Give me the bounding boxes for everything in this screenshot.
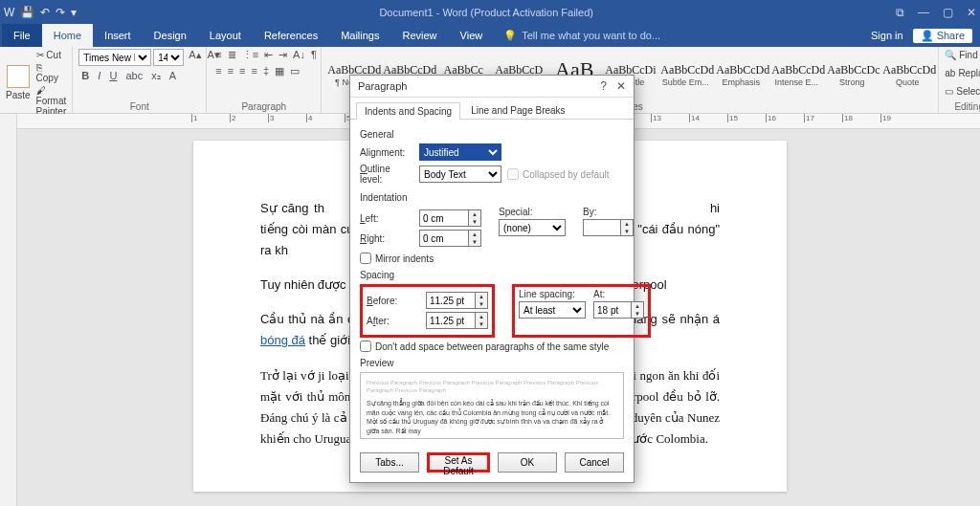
line-spacing-select[interactable]: At least: [519, 301, 586, 319]
at-label: At:: [593, 289, 644, 299]
section-preview: Preview: [360, 358, 624, 368]
down-icon[interactable]: ▼: [621, 228, 633, 235]
line-spacing-label: Line spacing:: [519, 289, 586, 299]
left-label: Left:: [360, 213, 413, 224]
spacing-before-after-highlight: Before:▲▼ After:▲▼: [360, 284, 495, 338]
up-icon[interactable]: ▲: [476, 293, 487, 300]
noadd-checkbox[interactable]: [360, 341, 371, 352]
down-icon[interactable]: ▼: [469, 218, 480, 226]
down-icon[interactable]: ▼: [632, 310, 643, 318]
at-input[interactable]: [593, 301, 632, 319]
set-default-button[interactable]: Set As Default: [427, 452, 490, 473]
ok-button[interactable]: OK: [498, 452, 557, 473]
cancel-button[interactable]: Cancel: [565, 452, 624, 473]
right-label: Right:: [360, 233, 413, 244]
by-input[interactable]: [583, 219, 621, 236]
mirror-checkbox[interactable]: [360, 253, 371, 264]
line-spacing-highlight: Line spacing: At least At: ▲▼: [512, 284, 651, 338]
before-input[interactable]: [426, 292, 476, 309]
outline-label: Outline level:: [360, 164, 413, 185]
dialog-title: Paragraph: [358, 80, 590, 92]
collapsed-checkbox: [507, 168, 519, 180]
paragraph-dialog: Paragraph ? ✕ IIndents and Spacingndents…: [349, 75, 635, 483]
down-icon[interactable]: ▼: [469, 238, 480, 246]
dialog-close-icon[interactable]: ✕: [616, 79, 626, 93]
left-input[interactable]: [419, 209, 469, 227]
tabs-button[interactable]: Tabs...: [360, 452, 419, 473]
dialog-layer: Paragraph ? ✕ IIndents and Spacingndents…: [0, 0, 980, 506]
tab-line-page-breaks[interactable]: Line and Page Breaks: [462, 101, 573, 119]
after-label: After:: [367, 316, 420, 326]
section-spacing: Spacing: [360, 270, 624, 280]
help-icon[interactable]: ?: [600, 79, 607, 93]
preview-box: Previous Paragraph Previous Paragraph Pr…: [360, 372, 624, 439]
alignment-label: Alignment:: [360, 147, 413, 158]
tab-indents-spacing[interactable]: IIndents and Spacingndents and Spacing: [356, 102, 460, 120]
special-select[interactable]: (none): [499, 219, 566, 236]
collapsed-label: Collapsed by default: [523, 169, 610, 180]
up-icon[interactable]: ▲: [469, 231, 480, 238]
up-icon[interactable]: ▲: [476, 313, 487, 320]
outline-select[interactable]: Body Text: [419, 165, 501, 183]
dialog-buttons: Tabs... Set As Default OK Cancel: [350, 447, 634, 482]
by-label: By:: [583, 207, 634, 217]
up-icon[interactable]: ▲: [621, 220, 633, 228]
noadd-label: Don't add space between paragraphs of th…: [375, 341, 609, 352]
down-icon[interactable]: ▼: [476, 300, 487, 308]
dialog-titlebar[interactable]: Paragraph ? ✕: [350, 76, 634, 98]
down-icon[interactable]: ▼: [476, 320, 487, 328]
up-icon[interactable]: ▲: [469, 210, 480, 218]
section-indentation: Indentation: [360, 192, 624, 203]
before-label: Before:: [367, 296, 420, 306]
alignment-select[interactable]: Justified: [419, 143, 501, 161]
dialog-tabs: IIndents and Spacingndents and Spacing L…: [350, 98, 634, 120]
up-icon[interactable]: ▲: [632, 302, 643, 310]
mirror-label: Mirror indents: [375, 253, 434, 264]
section-general: General: [360, 129, 624, 140]
after-input[interactable]: [426, 312, 476, 329]
special-label: Special:: [499, 207, 566, 217]
right-input[interactable]: [419, 230, 469, 247]
